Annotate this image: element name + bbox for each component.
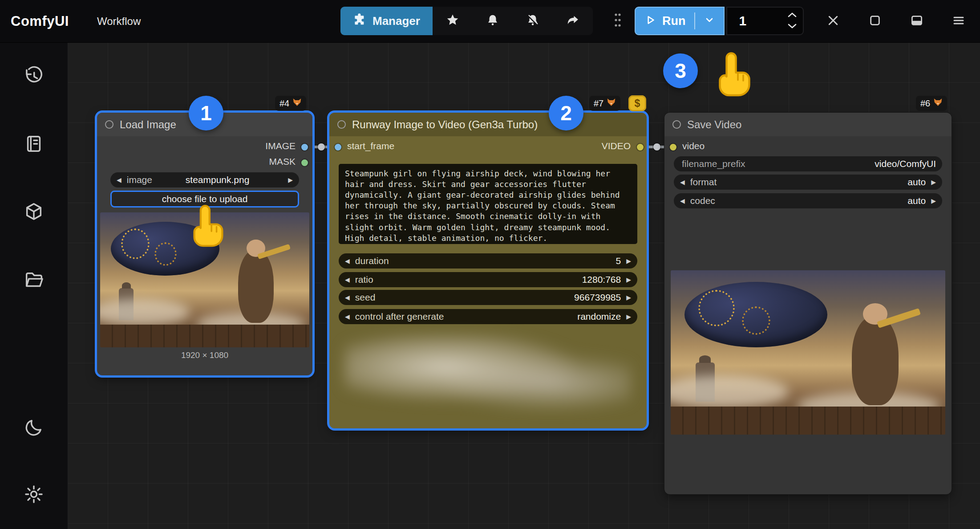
widget-value: auto <box>907 195 926 206</box>
collapse-dot[interactable] <box>337 120 346 129</box>
output-label-image: IMAGE <box>265 141 296 151</box>
grip-icon <box>612 11 623 31</box>
widget-right-arrow-icon[interactable]: ▶ <box>626 313 631 320</box>
stop-button[interactable] <box>865 12 885 31</box>
step-1-marker: 1 <box>189 96 223 130</box>
filename-prefix-widget[interactable]: filename_prefix video/ComfyUI <box>674 156 942 171</box>
widget-label: seed <box>355 292 376 303</box>
comfyui-app: ComfyUI Workflow Manager <box>0 0 980 529</box>
duration-widget[interactable]: ◀ duration 5 ▶ <box>339 253 637 269</box>
main-menu-button[interactable] <box>949 12 968 31</box>
cloud <box>100 299 190 326</box>
seed-widget[interactable]: ◀ seed 966739985 ▶ <box>339 290 637 305</box>
node-header[interactable]: Save Video <box>664 113 952 136</box>
theme-moon-icon <box>24 431 44 439</box>
chevron-down-icon[interactable] <box>704 15 715 27</box>
widget-left-arrow-icon[interactable]: ◀ <box>345 257 350 264</box>
widget-right-arrow-icon[interactable]: ▶ <box>626 294 631 301</box>
combo-right-arrow-icon[interactable]: ▶ <box>288 176 293 183</box>
widget-label: duration <box>355 256 389 266</box>
widget-label: filename_prefix <box>682 159 745 169</box>
history-button[interactable] <box>24 66 44 86</box>
node-title: Runway Image to Video (Gen3a Turbo) <box>352 118 538 131</box>
collapse-dot[interactable] <box>105 120 113 129</box>
notification-button[interactable] <box>473 7 513 35</box>
node-runway-image-to-video[interactable]: Runway Image to Video (Gen3a Turbo) star… <box>329 113 647 428</box>
toolbar-drag-handle[interactable] <box>611 11 624 31</box>
widget-left-arrow-icon[interactable]: ◀ <box>345 294 350 301</box>
bell-muted-icon <box>526 13 539 28</box>
codec-widget[interactable]: ◀ codec auto ▶ <box>674 193 942 208</box>
topbar-right-icons <box>823 0 968 42</box>
widget-value: 966739985 <box>574 292 621 303</box>
step-2-marker: 2 <box>549 96 583 130</box>
model-library-button[interactable] <box>24 201 44 222</box>
output-slot-mask[interactable] <box>301 159 308 166</box>
image-resolution-label: 1920 × 1080 <box>97 350 312 360</box>
pointer-hand-icon <box>186 203 231 250</box>
widget-left-arrow-icon[interactable]: ◀ <box>345 313 350 320</box>
output-slot-video[interactable] <box>637 144 644 151</box>
format-widget[interactable]: ◀ format auto ▶ <box>674 175 942 190</box>
widget-left-arrow-icon[interactable]: ◀ <box>680 197 685 204</box>
star-button[interactable] <box>433 7 473 35</box>
chevron-down-small-icon[interactable] <box>788 23 797 31</box>
play-icon <box>644 14 656 28</box>
widget-left-arrow-icon[interactable]: ◀ <box>345 276 350 283</box>
close-icon <box>826 14 840 29</box>
link-midpoint-dot[interactable] <box>318 143 325 151</box>
input-label-start-frame: start_frame <box>347 141 394 151</box>
gear-decoration <box>742 306 770 334</box>
combo-left-arrow-icon[interactable]: ◀ <box>117 176 121 183</box>
control-after-generate-widget[interactable]: ◀ control after generate randomize ▶ <box>339 309 637 324</box>
settings-button[interactable] <box>24 484 44 505</box>
ship-deck <box>100 325 309 348</box>
notes-button[interactable] <box>24 134 44 154</box>
ship-deck <box>671 407 945 435</box>
node-header[interactable]: Runway Image to Video (Gen3a Turbo) <box>329 113 647 136</box>
batch-count-stepper[interactable]: 1 <box>726 7 804 35</box>
ratio-widget[interactable]: ◀ ratio 1280:768 ▶ <box>339 272 637 287</box>
run-button[interactable]: Run <box>635 7 725 35</box>
theme-toggle-button[interactable] <box>24 417 44 438</box>
manager-button[interactable]: Manager <box>340 7 433 35</box>
notification-muted-button[interactable] <box>513 7 553 35</box>
workflow-menu[interactable]: Workflow <box>97 0 141 42</box>
output-slot-image[interactable] <box>301 144 308 151</box>
star-icon <box>446 13 459 28</box>
widget-right-arrow-icon[interactable]: ▶ <box>931 179 936 186</box>
widget-right-arrow-icon[interactable]: ▶ <box>626 257 631 264</box>
node-save-video[interactable]: Save Video video filename_prefix video/C… <box>664 113 952 494</box>
image-combo-widget[interactable]: ◀ image steampunk.png ▶ <box>110 172 299 187</box>
collapse-dot[interactable] <box>672 120 681 129</box>
bottom-panel-button[interactable] <box>907 12 927 31</box>
widget-value: video/ComfyUI <box>875 159 936 169</box>
notes-icon <box>24 148 44 155</box>
fox-icon <box>292 98 302 109</box>
widget-value: auto <box>907 177 926 187</box>
settings-gear-icon <box>24 498 44 506</box>
bell-icon <box>486 13 499 28</box>
input-slot-video[interactable] <box>670 144 676 151</box>
node-title: Load Image <box>120 118 176 131</box>
widget-left-arrow-icon[interactable]: ◀ <box>680 179 685 186</box>
batch-count-value: 1 <box>739 13 788 28</box>
workflows-folder-icon <box>24 284 44 292</box>
paid-api-badge: $ <box>628 95 646 111</box>
workflows-folder-button[interactable] <box>24 270 44 290</box>
widget-right-arrow-icon[interactable]: ▶ <box>931 197 936 204</box>
close-button[interactable] <box>823 12 843 31</box>
run-button-label: Run <box>662 14 685 28</box>
prompt-text-widget[interactable]: Steampunk girl on flying airship deck, w… <box>339 164 637 244</box>
widget-right-arrow-icon[interactable]: ▶ <box>626 276 631 283</box>
app-logo: ComfyUI <box>11 0 69 42</box>
share-button[interactable] <box>553 7 593 35</box>
link-midpoint-dot[interactable] <box>653 143 660 151</box>
top-bar: ComfyUI Workflow Manager <box>0 0 980 43</box>
node-id-badge: #4 <box>275 96 306 111</box>
input-label-video: video <box>682 141 705 151</box>
stepper-arrows <box>788 11 797 31</box>
input-slot-start-frame[interactable] <box>335 144 341 151</box>
blurred-preview-area <box>344 334 632 415</box>
chevron-up-icon[interactable] <box>788 11 797 19</box>
